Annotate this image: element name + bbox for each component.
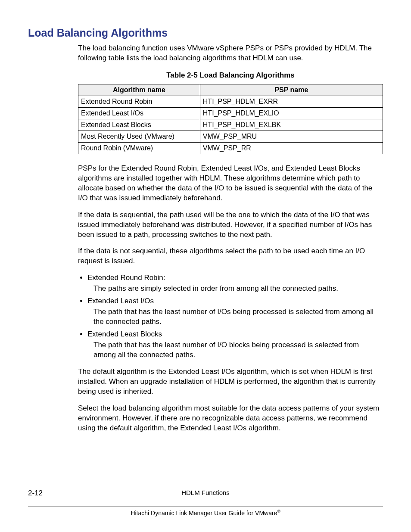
list-item: Extended Round Robin: The paths are simp…: [87, 273, 383, 294]
table-cell: Round Robin (VMware): [78, 142, 200, 154]
book-title: Hitachi Dynamic Link Manager User Guide …: [131, 510, 280, 516]
table-header-psp: PSP name: [200, 84, 383, 96]
table-header-algorithm: Algorithm name: [78, 84, 200, 96]
algorithm-table: Algorithm name PSP name Extended Round R…: [78, 84, 383, 154]
page-footer: 2-12 HDLM Functions Hitachi Dynamic Link…: [28, 499, 383, 516]
table-cell: Extended Round Robin: [78, 96, 200, 107]
paragraph: PSPs for the Extended Round Robin, Exten…: [78, 164, 383, 203]
table-cell: HTI_PSP_HDLM_EXRR: [200, 96, 383, 107]
paragraph: If the data is not sequential, these alg…: [78, 246, 383, 266]
paragraph: If the data is sequential, the path used…: [78, 210, 383, 240]
list-item-title: Extended Least I/Os: [87, 296, 383, 306]
page-number: 2-12: [28, 489, 43, 498]
list-item-body: The path that has the least number of I/…: [93, 340, 383, 360]
list-item-body: The paths are simply selected in order f…: [93, 284, 383, 294]
table-cell: Extended Least Blocks: [78, 119, 200, 131]
table-cell: VMW_PSP_RR: [200, 142, 383, 154]
list-item-title: Extended Round Robin:: [87, 273, 383, 283]
table-row: Extended Round Robin HTI_PSP_HDLM_EXRR: [78, 96, 383, 107]
table-cell: HTI_PSP_HDLM_EXLBK: [200, 119, 383, 131]
list-item: Extended Least Blocks The path that has …: [87, 330, 383, 360]
table-cell: HTI_PSP_HDLM_EXLIO: [200, 107, 383, 119]
table-cell: Most Recently Used (VMware): [78, 131, 200, 142]
section-heading: Load Balancing Algorithms: [28, 27, 383, 39]
intro-paragraph: The load balancing function uses VMware …: [78, 44, 383, 63]
list-item-title: Extended Least Blocks: [87, 330, 383, 339]
table-row: Extended Least I/Os HTI_PSP_HDLM_EXLIO: [78, 107, 383, 119]
table-cell: Extended Least I/Os: [78, 107, 200, 119]
table-row: Round Robin (VMware) VMW_PSP_RR: [78, 142, 383, 154]
paragraph: Select the load balancing algorithm most…: [78, 404, 383, 433]
paragraph: The default algorithm is the Extended Le…: [78, 367, 383, 397]
table-cell: VMW_PSP_MRU: [200, 131, 383, 142]
list-item: Extended Least I/Os The path that has th…: [87, 296, 383, 327]
table-caption: Table 2-5 Load Balancing Algorithms: [78, 71, 383, 80]
chapter-title: HDLM Functions: [181, 489, 230, 496]
table-row: Extended Least Blocks HTI_PSP_HDLM_EXLBK: [78, 119, 383, 131]
list-item-body: The path that has the least number of I/…: [93, 307, 383, 327]
algorithm-bullet-list: Extended Round Robin: The paths are simp…: [78, 273, 383, 360]
table-row: Most Recently Used (VMware) VMW_PSP_MRU: [78, 131, 383, 142]
